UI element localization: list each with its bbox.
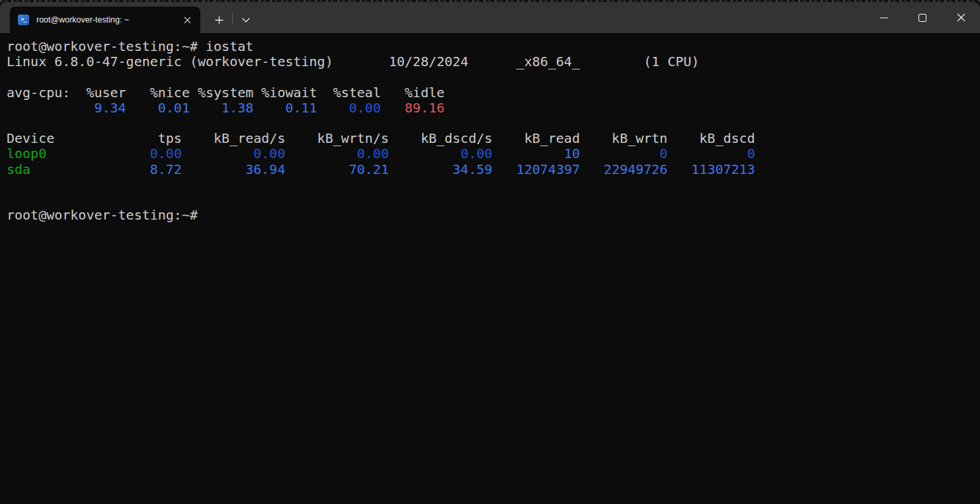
terminal-line: 9.34 0.01 1.38 0.11 0.00 89.16 (7, 101, 980, 116)
tab-close-button[interactable] (178, 11, 196, 29)
terminal[interactable]: root@workover-testing:~# iostatLinux 6.8… (0, 33, 980, 504)
window-controls (865, 2, 980, 33)
chevron-down-icon (242, 18, 250, 22)
terminal-line (7, 116, 980, 131)
maximize-button[interactable] (903, 2, 942, 33)
tabbar-divider (232, 12, 233, 24)
terminal-line (7, 192, 980, 208)
powershell-icon: >_ (18, 15, 29, 25)
tab-bar: >_ root@workover-testing: ~ (0, 2, 258, 33)
close-window-button[interactable] (942, 2, 980, 33)
tab-root-workover-testing[interactable]: >_ root@workover-testing: ~ (10, 7, 200, 33)
terminal-line: Linux 6.8.0-47-generic (workover-testing… (7, 54, 980, 69)
maximize-icon (919, 14, 926, 22)
terminal-output: root@workover-testing:~# iostatLinux 6.8… (7, 39, 980, 223)
terminal-line: root@workover-testing:~# iostat (7, 39, 980, 54)
close-icon (184, 17, 191, 24)
terminal-line: Device tps kB_read/s kB_wrtn/s kB_dscd/s… (7, 131, 980, 146)
tab-title: root@workover-testing: ~ (36, 15, 178, 24)
plus-icon (215, 16, 224, 24)
terminal-line: root@workover-testing:~# (7, 208, 980, 223)
terminal-line: avg-cpu: %user %nice %system %iowait %st… (7, 85, 980, 101)
titlebar[interactable]: >_ root@workover-testing: ~ (0, 2, 980, 33)
terminal-line: loop0 0.00 0.00 0.00 0.00 10 0 0 (7, 146, 980, 161)
close-icon (957, 13, 965, 22)
terminal-window: >_ root@workover-testing: ~ (0, 2, 980, 504)
new-tab-button[interactable] (207, 7, 231, 33)
terminal-line (7, 69, 980, 85)
terminal-line (7, 177, 980, 192)
terminal-line: sda 8.72 36.94 70.21 34.59 12074397 2294… (7, 162, 980, 177)
minimize-button[interactable] (865, 2, 903, 33)
minimize-icon (880, 17, 888, 19)
tab-dropdown-button[interactable] (234, 7, 258, 33)
